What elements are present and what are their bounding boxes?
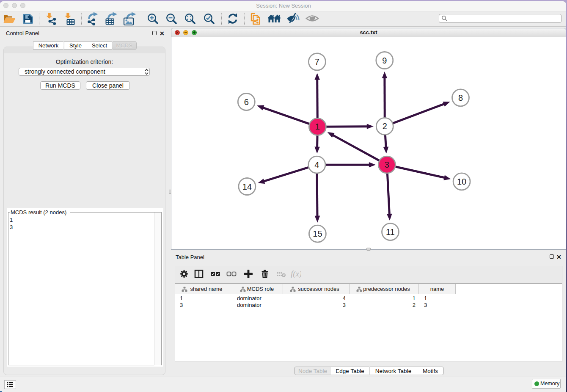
svg-text:4: 4 bbox=[314, 160, 319, 169]
svg-text:f(x): f(x) bbox=[291, 269, 301, 279]
svg-text:15: 15 bbox=[313, 229, 322, 238]
svg-text:6: 6 bbox=[244, 97, 249, 107]
svg-text:1: 1 bbox=[315, 122, 320, 131]
svg-text:8: 8 bbox=[458, 93, 463, 102]
svg-text:10: 10 bbox=[457, 177, 466, 186]
svg-text:9: 9 bbox=[382, 56, 387, 65]
svg-text:2: 2 bbox=[383, 121, 387, 131]
svg-text:7: 7 bbox=[315, 57, 319, 66]
svg-text:3: 3 bbox=[385, 160, 389, 169]
svg-text:11: 11 bbox=[386, 227, 395, 237]
svg-text:14: 14 bbox=[242, 182, 252, 191]
